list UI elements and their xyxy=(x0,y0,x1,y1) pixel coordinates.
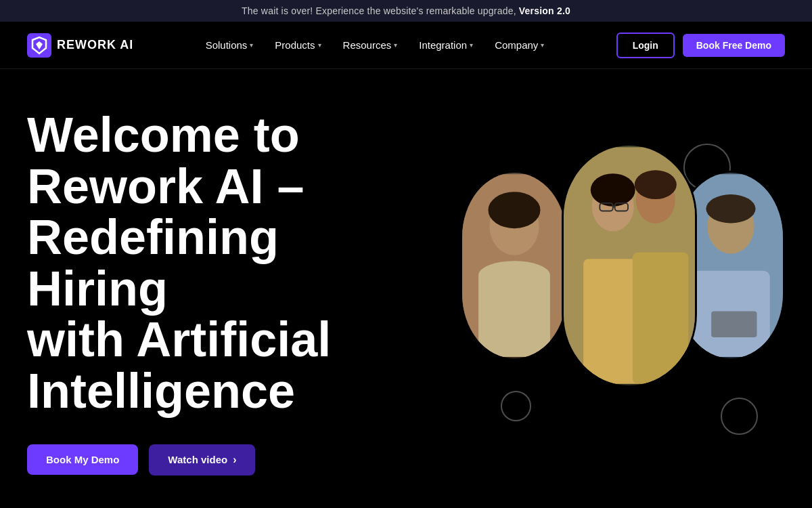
book-free-demo-button[interactable]: Book Free Demo xyxy=(683,34,785,57)
nav-item-company[interactable]: Company ▾ xyxy=(485,34,554,56)
navbar: REWORK AI Solutions ▾ Products ▾ Resourc… xyxy=(0,22,812,69)
hero-title-line3: Redefining Hiring xyxy=(27,210,279,316)
hero-buttons: Book My Demo Watch video › xyxy=(27,444,420,475)
logo-area: REWORK AI xyxy=(27,33,133,58)
hero-title: Welcome to Rework AI – Redefining Hiring… xyxy=(27,110,420,417)
login-button[interactable]: Login xyxy=(616,33,675,58)
nav-products-label: Products xyxy=(275,39,315,51)
resources-chevron-icon: ▾ xyxy=(394,41,397,49)
announcement-text: The wait is over! Experience the website… xyxy=(242,5,516,16)
hero-person-left xyxy=(460,171,568,360)
nav-integration-label: Integration xyxy=(419,39,467,51)
book-my-demo-button[interactable]: Book My Demo xyxy=(27,444,138,475)
company-chevron-icon: ▾ xyxy=(541,41,544,49)
brand-logo-icon xyxy=(27,33,51,58)
hero-title-line1: Welcome to xyxy=(27,108,300,162)
products-chevron-icon: ▾ xyxy=(318,41,321,49)
deco-circle-left-bottom xyxy=(501,391,531,421)
hero-title-line4: with Artificial xyxy=(27,312,331,366)
hero-title-line2: Rework AI – xyxy=(27,159,304,213)
nav-solutions-label: Solutions xyxy=(206,39,248,51)
nav-company-label: Company xyxy=(495,39,538,51)
logo-text: REWORK AI xyxy=(57,38,133,52)
navbar-actions: Login Book Free Demo xyxy=(616,33,785,58)
announcement-bar: The wait is over! Experience the website… xyxy=(0,0,812,22)
watch-video-label: Watch video xyxy=(168,454,227,465)
integration-chevron-icon: ▾ xyxy=(470,41,473,49)
hero-section: Welcome to Rework AI – Redefining Hiring… xyxy=(0,69,812,508)
hero-title-line5: Intelligence xyxy=(27,364,295,418)
nav-item-integration[interactable]: Integration ▾ xyxy=(409,34,482,56)
nav-menu: Solutions ▾ Products ▾ Resources ▾ Integ… xyxy=(196,34,554,56)
hero-person-center xyxy=(562,144,697,387)
solutions-chevron-icon: ▾ xyxy=(250,41,253,49)
svg-rect-17 xyxy=(564,147,695,383)
hero-images-area xyxy=(420,117,812,469)
watch-video-button[interactable]: Watch video › xyxy=(149,444,255,475)
deco-circle-bottom xyxy=(721,398,758,435)
nav-item-products[interactable]: Products ▾ xyxy=(265,34,330,56)
arrow-right-icon: › xyxy=(233,454,236,466)
svg-rect-6 xyxy=(462,174,566,357)
hero-content: Welcome to Rework AI – Redefining Hiring… xyxy=(0,110,420,475)
person-center-image xyxy=(564,146,695,385)
nav-item-resources[interactable]: Resources ▾ xyxy=(334,34,407,56)
nav-resources-label: Resources xyxy=(343,39,392,51)
version-link[interactable]: Version 2.0 xyxy=(519,5,570,16)
nav-item-solutions[interactable]: Solutions ▾ xyxy=(196,34,263,56)
person-left-image xyxy=(462,173,566,358)
